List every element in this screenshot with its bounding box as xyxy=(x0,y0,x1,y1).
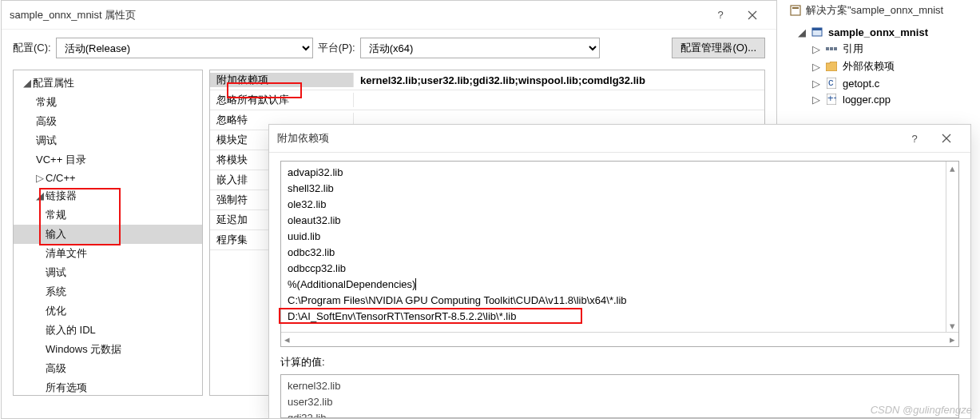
svg-text:c: c xyxy=(828,78,834,88)
close-icon xyxy=(748,10,757,20)
tree-node-label: VC++ 目录 xyxy=(36,154,86,166)
caret-icon[interactable]: ◢ xyxy=(36,190,44,202)
cfile-icon: c xyxy=(825,77,838,90)
tree-node-label: 优化 xyxy=(46,305,66,317)
project-label: sample_onnx_mnist xyxy=(828,26,928,38)
solution-header: 解决方案"sample_onnx_mnist xyxy=(784,0,980,21)
scroll-left-icon[interactable]: ◂ xyxy=(284,333,290,345)
additional-deps-dialog: 附加依赖项 ? advapi32.libshell32.libole32.lib… xyxy=(268,124,971,419)
tree-node-label: C/C++ xyxy=(46,172,76,184)
tree-node-label: 配置属性 xyxy=(33,77,74,89)
tree-node[interactable]: 嵌入的 IDL xyxy=(14,321,202,340)
tree-node-label: 清单文件 xyxy=(46,247,87,259)
popup-titlebar: 附加依赖项 ? xyxy=(269,125,970,153)
tree-node[interactable]: 输入 xyxy=(14,225,202,244)
file-node[interactable]: ▷ c getopt.c xyxy=(784,75,980,91)
calculated-label: 计算的值: xyxy=(269,350,970,369)
editor-line[interactable]: uuid.lib xyxy=(288,229,952,245)
tree-node-label: 高级 xyxy=(36,115,57,127)
editor-line[interactable]: %(AdditionalDependencies) xyxy=(288,277,952,293)
svg-rect-4 xyxy=(826,47,829,50)
tree-node[interactable]: 优化 xyxy=(14,301,202,321)
caret-icon[interactable]: ▷ xyxy=(812,94,820,106)
references-label: 引用 xyxy=(843,42,863,56)
scroll-down-icon[interactable]: ▾ xyxy=(950,319,955,332)
tree-node-label: 系统 xyxy=(46,285,66,297)
editor-line[interactable]: D:\AI_SoftEnv\TensorRT\TensorRT-8.5.2.2\… xyxy=(288,309,952,325)
platform-select[interactable]: 活动(x64) xyxy=(360,38,600,58)
editor-line[interactable]: odbc32.lib xyxy=(288,245,952,261)
editor-line[interactable]: shell32.lib xyxy=(288,181,952,197)
deps-editor[interactable]: advapi32.libshell32.libole32.liboleaut32… xyxy=(280,161,959,347)
property-name: 忽略所有默认库 xyxy=(210,93,354,107)
calculated-values: kernel32.libuser32.libgdi32.lib xyxy=(280,374,959,418)
solution-items: ◢ sample_onnx_mnist ▷ 引用 ▷ 外部依赖项 ▷ c xyxy=(784,21,980,110)
scroll-right-icon[interactable]: ▸ xyxy=(950,333,955,345)
external-deps-node[interactable]: ▷ 外部依赖项 xyxy=(784,58,980,75)
svg-text:++: ++ xyxy=(827,94,836,104)
editor-line[interactable]: oleaut32.lib xyxy=(288,213,952,229)
references-node[interactable]: ▷ 引用 xyxy=(784,40,980,58)
tree-node[interactable]: 调试 xyxy=(14,263,202,282)
caret-icon[interactable]: ▷ xyxy=(812,78,820,90)
horizontal-scrollbar[interactable]: ◂ ▸ xyxy=(281,332,958,346)
external-deps-label: 外部依赖项 xyxy=(843,59,895,74)
svg-rect-6 xyxy=(834,47,837,50)
config-manager-button[interactable]: 配置管理器(O)... xyxy=(672,38,765,58)
tree-node-label: Windows 元数据 xyxy=(46,343,121,355)
property-row[interactable]: 附加依赖项kernel32.lib;user32.lib;gdi32.lib;w… xyxy=(210,70,764,90)
editor-line[interactable]: advapi32.lib xyxy=(288,165,952,181)
tree-node-label: 链接器 xyxy=(46,190,77,202)
caret-icon[interactable]: ▷ xyxy=(36,172,44,184)
svg-rect-5 xyxy=(830,47,833,50)
editor-line[interactable]: odbccp32.lib xyxy=(288,261,952,277)
tree-node[interactable]: ▷C/C++ xyxy=(14,170,202,186)
editor-line[interactable]: ole32.lib xyxy=(288,197,952,213)
caret-icon[interactable]: ◢ xyxy=(798,26,806,38)
project-node[interactable]: ◢ sample_onnx_mnist xyxy=(784,24,980,40)
dialog-titlebar: sample_onnx_mnist 属性页 ? xyxy=(2,1,776,30)
file-node[interactable]: ▷ ++ logger.cpp xyxy=(784,91,980,107)
tree-node[interactable]: ◢链接器 xyxy=(14,186,202,206)
tree-node[interactable]: 清单文件 xyxy=(14,244,202,263)
tree-node[interactable]: 常规 xyxy=(14,206,202,225)
property-value[interactable]: kernel32.lib;user32.lib;gdi32.lib;winspo… xyxy=(354,74,764,86)
config-select[interactable]: 活动(Release) xyxy=(56,38,313,58)
config-row: 配置(C): 活动(Release) 平台(P): 活动(x64) 配置管理器(… xyxy=(2,30,776,70)
tree-node[interactable]: 调试 xyxy=(14,131,202,150)
help-button[interactable]: ? xyxy=(899,126,930,151)
tree-node[interactable]: 常规 xyxy=(14,93,202,112)
tree-node[interactable]: ◢配置属性 xyxy=(14,74,202,93)
tree-node[interactable]: Windows 元数据 xyxy=(14,340,202,359)
tree-node-label: 调试 xyxy=(36,134,57,146)
property-row[interactable]: 忽略所有默认库 xyxy=(210,90,764,110)
tree-node-label: 嵌入的 IDL xyxy=(46,324,96,336)
tree-node[interactable]: 所有选项 xyxy=(14,378,202,396)
scroll-up-icon[interactable]: ▴ xyxy=(950,162,955,174)
property-name: 附加依赖项 xyxy=(210,73,354,87)
svg-rect-3 xyxy=(812,28,822,30)
tree-node[interactable]: 系统 xyxy=(14,282,202,301)
help-button[interactable]: ? xyxy=(704,2,736,28)
tree-node[interactable]: VC++ 目录 xyxy=(14,150,202,170)
close-button[interactable] xyxy=(736,2,768,28)
tree-node[interactable]: 高级 xyxy=(14,359,202,378)
caret-icon[interactable]: ▷ xyxy=(812,61,820,73)
solution-icon xyxy=(790,5,801,16)
close-button[interactable] xyxy=(930,126,962,151)
tree-node-label: 调试 xyxy=(46,266,66,278)
editor-line[interactable]: C:\Program Files\NVIDIA GPU Computing To… xyxy=(288,293,952,309)
tree-node-label: 常规 xyxy=(36,96,57,108)
tree-node-label: 高级 xyxy=(46,362,66,374)
property-tree[interactable]: ◢配置属性常规高级调试VC++ 目录▷C/C++◢链接器常规输入清单文件调试系统… xyxy=(13,70,203,396)
file-label: getopt.c xyxy=(843,78,879,90)
cppfile-icon: ++ xyxy=(825,93,838,106)
project-icon xyxy=(811,26,823,38)
caret-icon[interactable]: ◢ xyxy=(23,77,31,89)
platform-label: 平台(P): xyxy=(318,41,355,55)
calc-value-line: gdi32.lib xyxy=(288,410,952,418)
vertical-scrollbar[interactable]: ▴ ▾ xyxy=(946,162,958,332)
svg-rect-0 xyxy=(791,6,800,15)
tree-node[interactable]: 高级 xyxy=(14,112,202,131)
caret-icon[interactable]: ▷ xyxy=(812,43,820,55)
